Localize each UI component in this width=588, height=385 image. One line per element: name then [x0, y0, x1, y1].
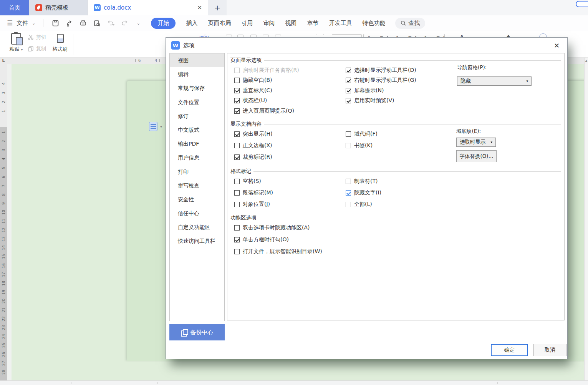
section-title: 页面显示选项 [230, 56, 561, 64]
sidebar-item-安全性[interactable]: 安全性 [170, 192, 224, 206]
tab-document[interactable]: W cola.docx ✕ [88, 0, 208, 15]
floating-doc-options[interactable]: ▾ [149, 122, 162, 131]
sidebar-item-打印[interactable]: 打印 [170, 165, 224, 179]
scroll-up-icon[interactable]: ▲ [585, 58, 588, 62]
checkbox-label: 域代码(F) [354, 131, 378, 138]
sidebar-item-修订[interactable]: 修订 [170, 109, 224, 123]
sidebar-item-中文版式[interactable]: 中文版式 [170, 123, 224, 137]
format-painter-button[interactable]: 格式刷 [49, 32, 71, 53]
file-chevron-icon[interactable]: ⌄ [32, 21, 35, 26]
tab-home-label: 首页 [9, 4, 20, 12]
undo-button[interactable] [106, 19, 115, 27]
menu-tab-开始[interactable]: 开始 [151, 18, 176, 29]
checkbox-隐藏文字(I)[interactable]: 隐藏文字(I) [342, 189, 561, 196]
menu-tab-审阅[interactable]: 审阅 [263, 20, 275, 27]
style-gallery-fragment: AaBl AaBl AaBlC [363, 34, 445, 37]
tab-docer-templates[interactable]: 稻壳模板 [29, 0, 88, 15]
checkbox-空格(S)[interactable]: 空格(S) [230, 178, 342, 185]
checkbox-unchecked-icon [346, 179, 351, 184]
sidebar-item-用户信息[interactable]: 用户信息 [170, 151, 224, 164]
tab-close-icon[interactable]: ✕ [197, 4, 202, 11]
checkbox-隐藏空白(B)[interactable]: 隐藏空白(B) [230, 77, 342, 84]
menu-tab-视图[interactable]: 视图 [285, 20, 296, 27]
tab-stop-selector[interactable]: L [0, 58, 7, 64]
checkbox-对象位置(J)[interactable]: 对象位置(J) [230, 201, 342, 208]
dialog-close-button[interactable]: ✕ [552, 41, 562, 50]
menu-tab-开发工具[interactable]: 开发工具 [329, 20, 352, 27]
print-button[interactable] [79, 19, 87, 27]
dialog-title: 选项 [183, 42, 195, 49]
font-substitute-button[interactable]: 字体替换(O)... [456, 150, 497, 162]
sidebar-item-视图[interactable]: 视图 [170, 53, 224, 67]
ruler-number: 21 [2, 307, 6, 314]
checkbox-启用实时预览(V)[interactable]: 启用实时预览(V) [342, 97, 561, 104]
print-preview-button[interactable] [93, 19, 101, 27]
field-shading-dropdown[interactable]: 选取时显示 ▾ [456, 138, 496, 147]
account-pill-fragment[interactable] [576, 1, 588, 7]
paste-button[interactable]: 粘贴 ▾ [6, 32, 26, 53]
dialog-title-bar[interactable]: W 选项 ✕ [166, 38, 567, 53]
vertical-ruler[interactable]: 4321123456789101112131415161718192021222… [0, 64, 7, 380]
checkbox-段落标记(M)[interactable]: 段落标记(M) [230, 189, 342, 196]
section-title: 显示文档内容 [230, 120, 561, 128]
checkbox-突出显示(H)[interactable]: 突出显示(H) [230, 131, 342, 138]
search-button[interactable]: 查找 [395, 18, 425, 29]
ruler-number: 11 [2, 218, 6, 225]
ruler-number: 19 [2, 289, 6, 295]
toolbar-more-chevron-icon[interactable]: ⌄ [134, 19, 142, 27]
ruler-tick [159, 59, 160, 62]
redo-button[interactable] [120, 19, 129, 27]
checkbox-label: 垂直标尺(C) [243, 87, 272, 94]
sidebar-item-常规与保存[interactable]: 常规与保存 [170, 81, 224, 95]
sidebar-item-编辑[interactable]: 编辑 [170, 67, 224, 81]
checkbox-打开文件，展示智能识别目录(W)[interactable]: 打开文件，展示智能识别目录(W) [230, 248, 342, 255]
style-search-box-fragment [332, 34, 362, 37]
copy-button[interactable]: 复制 [28, 45, 46, 52]
format-painter-icon [56, 34, 64, 44]
checkbox-全部(L)[interactable]: 全部(L) [342, 201, 561, 208]
checkbox-选择时显示浮动工具栏(D)[interactable]: 选择时显示浮动工具栏(D) [342, 67, 561, 74]
sidebar-item-自定义功能区[interactable]: 自定义功能区 [170, 220, 224, 234]
cancel-button[interactable]: 取消 [533, 344, 566, 356]
sidebar-item-拼写检查[interactable]: 拼写检查 [170, 179, 224, 192]
menu-tab-引用[interactable]: 引用 [241, 20, 253, 27]
checkbox-垂直标尺(C)[interactable]: 垂直标尺(C) [230, 87, 342, 94]
new-tab-button[interactable]: + [208, 0, 227, 15]
checkbox-label: 启动时展开任务窗格(R) [243, 67, 299, 74]
ok-button[interactable]: 确定 [491, 344, 528, 356]
hamburger-icon[interactable]: ☰ [7, 19, 13, 27]
sidebar-item-信任中心[interactable]: 信任中心 [170, 206, 224, 220]
sidebar-item-快速访问工具栏[interactable]: 快速访问工具栏 [170, 234, 224, 248]
checkbox-checked-icon [234, 131, 240, 137]
checkbox-正文边框(X)[interactable]: 正文边框(X) [230, 142, 342, 149]
checkbox-裁剪标记(R)[interactable]: 裁剪标记(R) [230, 154, 342, 161]
ruler-number: 6 [138, 58, 141, 63]
checkbox-进入页眉页脚提示(Q)[interactable]: 进入页眉页脚提示(Q) [230, 108, 342, 115]
file-menu[interactable]: 文件 [17, 20, 28, 27]
menu-tab-插入[interactable]: 插入 [186, 20, 197, 27]
checkbox-双击选项卡时隐藏功能区(A)[interactable]: 双击选项卡时隐藏功能区(A) [230, 224, 342, 231]
checkbox-制表符(T)[interactable]: 制表符(T) [342, 178, 561, 185]
checkbox-label: 启用实时预览(V) [354, 97, 394, 104]
ruler-number: 5 [2, 164, 6, 171]
save-button[interactable] [51, 19, 60, 27]
sidebar-item-输出PDF[interactable]: 输出PDF [170, 137, 224, 151]
nav-pane-dropdown[interactable]: 隐藏 ▾ [457, 76, 532, 86]
tab-home[interactable]: 首页 [0, 0, 29, 15]
checkbox-书签(K)[interactable]: 书签(K) [342, 142, 561, 149]
checkbox-屏幕提示(N)[interactable]: 屏幕提示(N) [342, 87, 561, 94]
checkbox-单击方框时打勾(O)[interactable]: 单击方框时打勾(O) [230, 236, 342, 243]
export-button[interactable] [65, 19, 73, 27]
checkbox-状态栏(U)[interactable]: 状态栏(U) [230, 97, 342, 104]
checkbox-checked-icon [234, 108, 240, 114]
menu-tab-章节[interactable]: 章节 [307, 20, 318, 27]
ruler-tick [143, 59, 143, 62]
sidebar-item-文件位置[interactable]: 文件位置 [170, 95, 224, 109]
backup-center-button[interactable]: 备份中心 [169, 324, 225, 340]
scissors-icon [28, 34, 34, 40]
menu-tab-特色功能[interactable]: 特色功能 [362, 20, 385, 27]
cut-button[interactable]: 剪切 [28, 34, 46, 41]
menu-tab-页面布局[interactable]: 页面布局 [208, 20, 231, 27]
vertical-scrollbar[interactable]: ▲ [584, 58, 588, 380]
checkbox-域代码(F)[interactable]: 域代码(F) [342, 131, 561, 138]
